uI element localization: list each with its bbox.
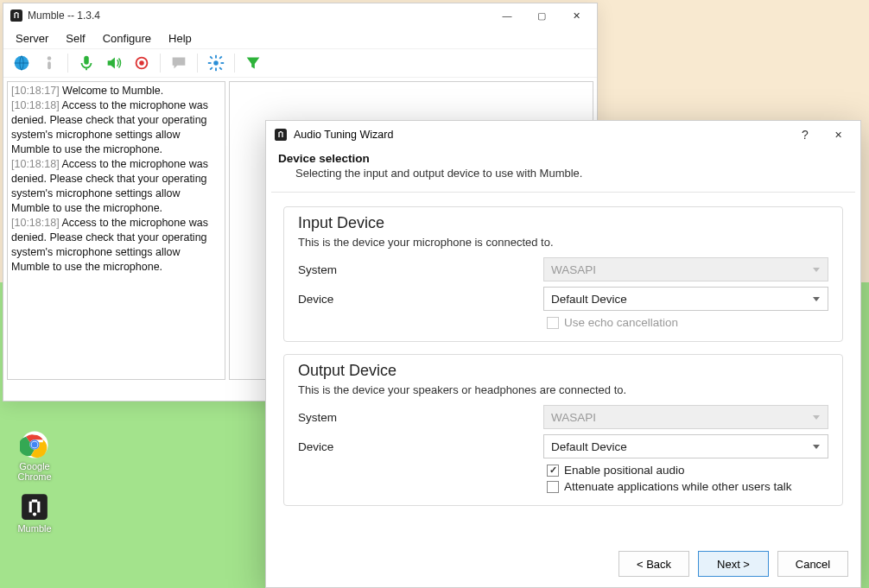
svg-rect-20: [210, 66, 213, 70]
cancel-button[interactable]: Cancel: [777, 551, 848, 577]
back-button[interactable]: < Back: [618, 551, 689, 577]
input-system-combo: WASAPI: [543, 257, 828, 281]
output-device-label: Device: [298, 440, 543, 453]
record-icon[interactable]: [132, 54, 151, 73]
input-device-group: Input Device This is the device your mic…: [283, 206, 843, 342]
menu-self[interactable]: Self: [66, 32, 85, 45]
next-button[interactable]: Next >: [698, 551, 769, 577]
attenuate-checkbox[interactable]: [547, 481, 559, 493]
mumble-app-icon: [275, 129, 287, 141]
svg-point-11: [139, 60, 144, 66]
filter-icon[interactable]: [244, 54, 263, 73]
attenuate-row[interactable]: Attenuate applications while other users…: [547, 480, 828, 493]
group-desc: This is the device your microphone is co…: [298, 236, 828, 249]
separator: [271, 192, 855, 193]
minimize-button[interactable]: —: [490, 5, 524, 26]
svg-point-2: [31, 441, 37, 447]
desktop-icon-label: Mumble: [9, 523, 60, 534]
positional-audio-checkbox[interactable]: [547, 465, 559, 477]
positional-audio-label: Enable positional audio: [564, 464, 685, 477]
output-device-combo[interactable]: Default Device: [543, 434, 828, 458]
globe-icon[interactable]: [12, 54, 31, 73]
svg-rect-15: [208, 62, 212, 64]
wizard-titlebar[interactable]: Audio Tuning Wizard ? ✕: [266, 121, 860, 149]
group-legend: Output Device: [298, 362, 828, 380]
svg-rect-21: [275, 129, 287, 141]
output-device-group: Output Device This is the device your sp…: [283, 354, 843, 506]
desktop-icon-chrome[interactable]: Google Chrome: [9, 430, 60, 482]
desktop: Google Chrome Mumble Mumble -- 1.3.4 — ▢: [0, 0, 869, 588]
wizard-heading: Device selection: [278, 152, 848, 165]
svg-rect-9: [84, 56, 89, 65]
menu-server[interactable]: Server: [16, 32, 48, 45]
chat-icon[interactable]: [169, 54, 188, 73]
menu-configure[interactable]: Configure: [103, 32, 151, 45]
wizard-close-button[interactable]: ✕: [821, 124, 855, 145]
echo-cancel-checkbox: [547, 317, 559, 329]
menu-help[interactable]: Help: [168, 32, 192, 45]
group-legend: Input Device: [298, 214, 828, 232]
wizard-title: Audio Tuning Wizard: [294, 129, 393, 141]
chrome-icon: [20, 430, 49, 459]
svg-point-12: [213, 60, 219, 66]
svg-rect-13: [215, 55, 217, 59]
echo-cancel-label: Use echo cancellation: [564, 316, 678, 329]
desktop-icon-label: Google Chrome: [9, 461, 60, 482]
svg-rect-5: [10, 9, 22, 22]
echo-cancel-row: Use echo cancellation: [547, 316, 828, 329]
svg-rect-8: [48, 61, 51, 69]
mumble-app-icon: [10, 9, 22, 22]
input-device-label: Device: [298, 293, 543, 306]
audio-wizard-window: Audio Tuning Wizard ? ✕ Device selection…: [265, 120, 861, 588]
speaker-icon[interactable]: [105, 54, 124, 73]
wizard-subheading: Selecting the input and output device to…: [295, 167, 848, 180]
positional-audio-row[interactable]: Enable positional audio: [547, 464, 828, 477]
log-panel[interactable]: [10:18:17] Welcome to Mumble.[10:18:18] …: [7, 81, 225, 380]
input-system-label: System: [298, 263, 543, 276]
window-title: Mumble -- 1.3.4: [28, 9, 100, 22]
maximize-button[interactable]: ▢: [524, 5, 559, 26]
menubar: Server Self Configure Help: [3, 28, 597, 48]
attenuate-label: Attenuate applications while other users…: [564, 480, 791, 493]
titlebar[interactable]: Mumble -- 1.3.4 — ▢ ✕: [3, 3, 597, 28]
output-system-combo: WASAPI: [543, 405, 828, 429]
help-button[interactable]: ?: [790, 124, 821, 145]
svg-point-7: [48, 56, 52, 60]
output-system-label: System: [298, 411, 543, 424]
svg-rect-16: [221, 62, 225, 64]
toolbar: [3, 48, 597, 78]
mumble-icon: [20, 492, 49, 522]
svg-rect-19: [219, 56, 223, 60]
info-icon[interactable]: [40, 54, 59, 73]
svg-point-4: [33, 512, 36, 515]
microphone-icon[interactable]: [77, 54, 96, 73]
gear-icon[interactable]: [206, 54, 225, 73]
desktop-icon-mumble[interactable]: Mumble: [9, 492, 60, 534]
input-device-combo[interactable]: Default Device: [543, 287, 828, 311]
svg-rect-17: [210, 56, 213, 60]
svg-rect-18: [219, 66, 223, 70]
group-desc: This is the device your speakers or head…: [298, 383, 828, 396]
close-button[interactable]: ✕: [559, 5, 593, 26]
svg-rect-14: [215, 68, 217, 72]
